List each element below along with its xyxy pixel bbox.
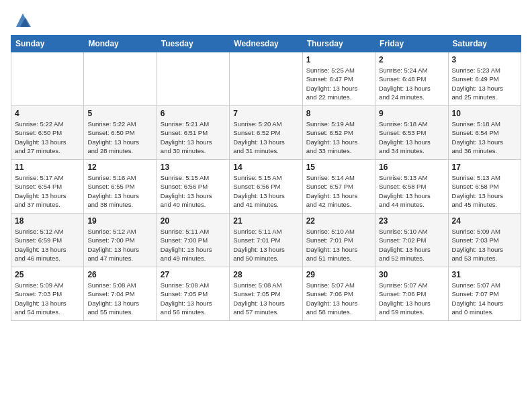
calendar-day-cell: 14Sunrise: 5:15 AM Sunset: 6:56 PM Dayli… [230, 160, 302, 214]
calendar-day-cell: 24Sunrise: 5:09 AM Sunset: 7:03 PM Dayli… [448, 214, 521, 267]
day-number: 2 [379, 55, 444, 64]
calendar-day-cell [157, 52, 229, 106]
calendar-day-cell: 23Sunrise: 5:10 AM Sunset: 7:02 PM Dayli… [375, 214, 448, 267]
day-number: 20 [161, 216, 226, 226]
calendar-day-cell: 6Sunrise: 5:21 AM Sunset: 6:51 PM Daylig… [157, 106, 229, 160]
calendar-day-cell: 27Sunrise: 5:08 AM Sunset: 7:05 PM Dayli… [157, 267, 229, 321]
day-number: 21 [233, 216, 298, 226]
day-info: Sunrise: 5:19 AM Sunset: 6:52 PM Dayligh… [306, 120, 371, 155]
calendar-day-cell: 26Sunrise: 5:08 AM Sunset: 7:04 PM Dayli… [84, 267, 157, 321]
calendar-day-header: Wednesday [230, 36, 302, 52]
day-info: Sunrise: 5:25 AM Sunset: 6:47 PM Dayligh… [306, 66, 371, 101]
calendar-day-cell: 17Sunrise: 5:13 AM Sunset: 6:58 PM Dayli… [448, 160, 521, 214]
day-number: 27 [161, 270, 226, 279]
day-number: 22 [306, 216, 371, 226]
calendar-day-cell: 3Sunrise: 5:23 AM Sunset: 6:49 PM Daylig… [448, 52, 521, 106]
calendar-day-header: Thursday [302, 36, 375, 52]
calendar-week-row: 25Sunrise: 5:09 AM Sunset: 7:03 PM Dayli… [11, 267, 521, 321]
day-info: Sunrise: 5:07 AM Sunset: 7:06 PM Dayligh… [306, 281, 371, 316]
day-number: 6 [161, 109, 226, 118]
calendar-day-cell: 8Sunrise: 5:19 AM Sunset: 6:52 PM Daylig… [302, 106, 375, 160]
day-info: Sunrise: 5:20 AM Sunset: 6:52 PM Dayligh… [233, 120, 298, 155]
day-info: Sunrise: 5:08 AM Sunset: 7:05 PM Dayligh… [233, 281, 298, 316]
calendar-day-cell: 7Sunrise: 5:20 AM Sunset: 6:52 PM Daylig… [230, 106, 302, 160]
day-info: Sunrise: 5:09 AM Sunset: 7:03 PM Dayligh… [452, 227, 517, 263]
day-info: Sunrise: 5:12 AM Sunset: 7:00 PM Dayligh… [87, 227, 152, 263]
calendar-day-cell [230, 52, 302, 106]
calendar-day-cell: 31Sunrise: 5:07 AM Sunset: 7:07 PM Dayli… [448, 267, 521, 321]
calendar-week-row: 11Sunrise: 5:17 AM Sunset: 6:54 PM Dayli… [11, 160, 521, 214]
calendar-week-row: 1Sunrise: 5:25 AM Sunset: 6:47 PM Daylig… [11, 52, 521, 106]
day-info: Sunrise: 5:17 AM Sunset: 6:54 PM Dayligh… [15, 173, 80, 209]
calendar-header-row: SundayMondayTuesdayWednesdayThursdayFrid… [11, 36, 521, 52]
calendar-day-cell [84, 52, 157, 106]
day-number: 25 [15, 270, 80, 279]
day-number: 26 [87, 270, 152, 279]
day-info: Sunrise: 5:11 AM Sunset: 7:01 PM Dayligh… [233, 227, 298, 263]
day-number: 8 [306, 109, 371, 118]
day-info: Sunrise: 5:13 AM Sunset: 6:58 PM Dayligh… [452, 173, 517, 209]
logo-icon [13, 11, 32, 30]
day-number: 4 [15, 109, 80, 118]
calendar-day-cell: 15Sunrise: 5:14 AM Sunset: 6:57 PM Dayli… [302, 160, 375, 214]
calendar-day-cell: 30Sunrise: 5:07 AM Sunset: 7:06 PM Dayli… [375, 267, 448, 321]
day-info: Sunrise: 5:12 AM Sunset: 6:59 PM Dayligh… [15, 227, 80, 263]
day-number: 14 [233, 163, 298, 172]
day-number: 29 [306, 270, 371, 279]
day-number: 12 [87, 163, 152, 172]
day-info: Sunrise: 5:23 AM Sunset: 6:49 PM Dayligh… [452, 66, 517, 101]
calendar-day-cell: 5Sunrise: 5:22 AM Sunset: 6:50 PM Daylig… [84, 106, 157, 160]
calendar-day-header: Monday [84, 36, 157, 52]
day-info: Sunrise: 5:07 AM Sunset: 7:07 PM Dayligh… [452, 281, 517, 316]
day-info: Sunrise: 5:09 AM Sunset: 7:03 PM Dayligh… [15, 281, 80, 316]
calendar-day-cell: 29Sunrise: 5:07 AM Sunset: 7:06 PM Dayli… [302, 267, 375, 321]
day-info: Sunrise: 5:24 AM Sunset: 6:48 PM Dayligh… [379, 66, 444, 101]
day-info: Sunrise: 5:22 AM Sunset: 6:50 PM Dayligh… [15, 120, 80, 155]
calendar-day-cell: 28Sunrise: 5:08 AM Sunset: 7:05 PM Dayli… [230, 267, 302, 321]
day-number: 9 [379, 109, 444, 118]
day-info: Sunrise: 5:08 AM Sunset: 7:04 PM Dayligh… [87, 281, 152, 316]
day-info: Sunrise: 5:10 AM Sunset: 7:02 PM Dayligh… [379, 227, 444, 263]
calendar-day-cell: 25Sunrise: 5:09 AM Sunset: 7:03 PM Dayli… [11, 267, 84, 321]
calendar-week-row: 4Sunrise: 5:22 AM Sunset: 6:50 PM Daylig… [11, 106, 521, 160]
calendar-day-cell: 21Sunrise: 5:11 AM Sunset: 7:01 PM Dayli… [230, 214, 302, 267]
calendar-day-cell: 10Sunrise: 5:18 AM Sunset: 6:54 PM Dayli… [448, 106, 521, 160]
day-number: 24 [452, 216, 517, 226]
day-info: Sunrise: 5:08 AM Sunset: 7:05 PM Dayligh… [161, 281, 226, 316]
day-info: Sunrise: 5:11 AM Sunset: 7:00 PM Dayligh… [161, 227, 226, 263]
calendar-table: SundayMondayTuesdayWednesdayThursdayFrid… [11, 35, 521, 321]
day-number: 28 [233, 270, 298, 279]
day-info: Sunrise: 5:18 AM Sunset: 6:53 PM Dayligh… [379, 120, 444, 155]
calendar-day-cell: 22Sunrise: 5:10 AM Sunset: 7:01 PM Dayli… [302, 214, 375, 267]
calendar-day-cell: 11Sunrise: 5:17 AM Sunset: 6:54 PM Dayli… [11, 160, 84, 214]
day-info: Sunrise: 5:15 AM Sunset: 6:56 PM Dayligh… [161, 173, 226, 209]
day-info: Sunrise: 5:15 AM Sunset: 6:56 PM Dayligh… [233, 173, 298, 209]
day-number: 5 [87, 109, 152, 118]
day-number: 1 [306, 55, 371, 64]
logo [11, 11, 32, 30]
calendar-day-cell: 9Sunrise: 5:18 AM Sunset: 6:53 PM Daylig… [375, 106, 448, 160]
day-info: Sunrise: 5:16 AM Sunset: 6:55 PM Dayligh… [87, 173, 152, 209]
day-number: 30 [379, 270, 444, 279]
day-number: 16 [379, 163, 444, 172]
day-info: Sunrise: 5:22 AM Sunset: 6:50 PM Dayligh… [87, 120, 152, 155]
page-header [11, 11, 521, 30]
calendar-day-cell: 13Sunrise: 5:15 AM Sunset: 6:56 PM Dayli… [157, 160, 229, 214]
day-number: 15 [306, 163, 371, 172]
day-info: Sunrise: 5:14 AM Sunset: 6:57 PM Dayligh… [306, 173, 371, 209]
day-number: 19 [87, 216, 152, 226]
calendar-day-cell: 19Sunrise: 5:12 AM Sunset: 7:00 PM Dayli… [84, 214, 157, 267]
day-number: 31 [452, 270, 517, 279]
calendar-day-header: Tuesday [157, 36, 229, 52]
day-info: Sunrise: 5:10 AM Sunset: 7:01 PM Dayligh… [306, 227, 371, 263]
day-number: 3 [452, 55, 517, 64]
calendar-day-header: Saturday [448, 36, 521, 52]
calendar-day-cell: 2Sunrise: 5:24 AM Sunset: 6:48 PM Daylig… [375, 52, 448, 106]
day-number: 23 [379, 216, 444, 226]
calendar-day-cell: 12Sunrise: 5:16 AM Sunset: 6:55 PM Dayli… [84, 160, 157, 214]
day-info: Sunrise: 5:13 AM Sunset: 6:58 PM Dayligh… [379, 173, 444, 209]
day-number: 7 [233, 109, 298, 118]
day-number: 13 [161, 163, 226, 172]
day-info: Sunrise: 5:21 AM Sunset: 6:51 PM Dayligh… [161, 120, 226, 155]
day-info: Sunrise: 5:18 AM Sunset: 6:54 PM Dayligh… [452, 120, 517, 155]
